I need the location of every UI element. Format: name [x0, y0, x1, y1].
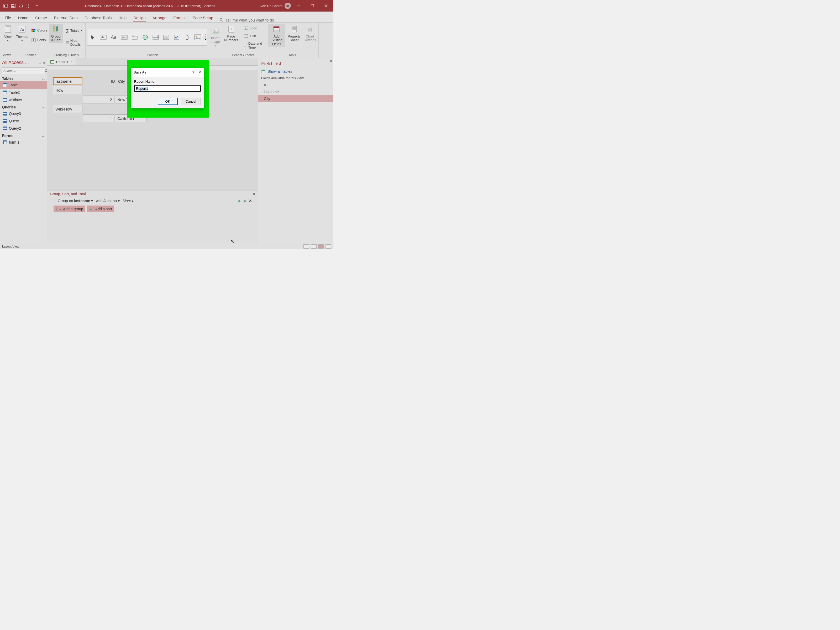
nav-item-query3[interactable]: Query3: [0, 110, 47, 117]
move-up-icon[interactable]: ◆: [238, 199, 241, 203]
tab-arrange[interactable]: Arrange: [152, 13, 167, 22]
nav-item-query2[interactable]: Query2: [0, 125, 47, 132]
cell-lastname-1[interactable]: Wiki-How: [53, 105, 82, 113]
minimize-icon[interactable]: [293, 0, 305, 11]
hide-details-button[interactable]: Hide Details: [64, 38, 84, 47]
nav-item-table2[interactable]: Table2: [0, 89, 47, 96]
nav-item-query1[interactable]: Query1: [0, 117, 47, 125]
tab-design[interactable]: Design: [133, 13, 146, 22]
collapse-icon[interactable]: ︽: [42, 134, 45, 138]
controls-gallery[interactable]: ab| Aa XXXX ▲▼▾: [87, 29, 207, 46]
cancel-button[interactable]: Cancel: [181, 98, 201, 105]
svg-rect-20: [34, 28, 35, 30]
tab-home[interactable]: Home: [17, 13, 29, 22]
view-button[interactable]: View▼: [2, 24, 14, 43]
tab-help[interactable]: Help: [118, 13, 127, 22]
textbox-control-icon[interactable]: ab|: [98, 30, 108, 45]
select-control-icon[interactable]: [87, 30, 98, 45]
attachment-control-icon[interactable]: [182, 30, 193, 45]
date-time-button[interactable]: Date and Time: [242, 40, 264, 51]
tab-file[interactable]: File: [4, 13, 11, 22]
tab-create[interactable]: Create: [35, 13, 47, 22]
design-view-icon[interactable]: [325, 245, 331, 249]
tab-page-setup[interactable]: Page Setup: [192, 13, 214, 22]
totals-button[interactable]: ∑Totals ▾: [64, 27, 84, 34]
cell-lastname-0[interactable]: How: [53, 86, 82, 94]
combobox-control-icon[interactable]: [150, 30, 161, 45]
undo-icon[interactable]: [18, 2, 25, 9]
nav-section-tables[interactable]: Tables: [2, 76, 13, 81]
gallery-up-icon[interactable]: ▲: [203, 33, 207, 36]
report-view-icon[interactable]: [303, 245, 309, 249]
group-row[interactable]: ⋮ Group on lastname ▾ with A on top ▾ , …: [47, 197, 258, 204]
page-numbers-button[interactable]: #Page Numbers: [221, 24, 241, 43]
cell-id-1[interactable]: 1: [83, 114, 114, 122]
themes-button[interactable]: AaThemes▼: [16, 24, 28, 43]
nav-collapse-icon[interactable]: «: [43, 61, 45, 65]
maximize-icon[interactable]: [306, 0, 318, 11]
delete-group-icon[interactable]: ✕: [249, 199, 252, 203]
group-sort-button[interactable]: Group & Sort: [49, 24, 63, 43]
nav-dropdown-icon[interactable]: ⌄: [39, 61, 41, 65]
field-lastname[interactable]: lastname: [258, 88, 333, 95]
report-name-label: Report Name:: [134, 79, 201, 84]
group-label-themes: Themes: [16, 53, 46, 58]
group-sort-panel: Group, Sort, and Total× ⋮ Group on lastn…: [47, 191, 258, 243]
close-field-list-icon[interactable]: ×: [330, 59, 332, 63]
svg-rect-4: [12, 6, 14, 7]
nav-section-forms[interactable]: Forms: [2, 134, 13, 138]
nav-search-input[interactable]: [2, 68, 45, 74]
collapse-ribbon-icon[interactable]: ˄: [330, 53, 332, 57]
gallery-more-icon[interactable]: ▾: [203, 39, 207, 41]
user-avatar[interactable]: ID: [284, 3, 291, 9]
nav-item-form1[interactable]: form 1: [0, 139, 47, 146]
title-button[interactable]: Title: [242, 33, 264, 39]
print-preview-icon[interactable]: [311, 245, 317, 249]
logo-button[interactable]: Logo: [242, 25, 264, 31]
svg-rect-30: [66, 44, 68, 44]
close-icon[interactable]: [320, 0, 332, 11]
cell-id-0[interactable]: 2: [83, 96, 114, 103]
collapse-icon[interactable]: ︽: [42, 105, 45, 109]
image-control-icon[interactable]: [193, 30, 203, 45]
query-icon: [3, 119, 7, 123]
tab-external-data[interactable]: External Data: [53, 13, 78, 22]
nav-section-queries[interactable]: Queries: [2, 105, 16, 109]
field-id[interactable]: ID: [258, 82, 333, 88]
header-lastname[interactable]: lastname: [53, 77, 82, 85]
tab-format[interactable]: Format: [173, 13, 186, 22]
ok-button[interactable]: OK: [158, 98, 178, 105]
add-group-button[interactable]: 〖≡Add a group: [54, 205, 85, 212]
redo-icon[interactable]: [26, 2, 33, 9]
close-tab-icon[interactable]: ×: [70, 60, 73, 64]
button-control-icon[interactable]: XXXX: [119, 30, 129, 45]
tell-me-search[interactable]: Tell me what you want to do: [219, 18, 274, 22]
move-down-icon[interactable]: ◆: [243, 199, 246, 203]
qat-customize-icon[interactable]: ▼: [33, 2, 40, 9]
layout-view-icon[interactable]: [318, 245, 324, 249]
property-sheet-button[interactable]: Property Sheet: [287, 24, 302, 43]
add-sort-button[interactable]: A↓Add a sort: [87, 205, 114, 212]
report-name-input[interactable]: [134, 85, 201, 92]
field-city[interactable]: City: [258, 95, 333, 102]
dialog-close-icon[interactable]: ✕: [199, 70, 201, 74]
close-group-panel-icon[interactable]: ×: [253, 192, 255, 196]
label-control-icon[interactable]: Aa: [108, 30, 119, 45]
gallery-down-icon[interactable]: ▼: [203, 36, 207, 39]
nav-search[interactable]: [2, 68, 46, 74]
collapse-icon[interactable]: ︽: [42, 76, 45, 81]
listbox-control-icon[interactable]: [161, 30, 171, 45]
add-existing-fields-button[interactable]: Add Existing Fields: [268, 24, 285, 47]
add-fields-icon: [272, 25, 281, 33]
nav-item-table1[interactable]: Table1: [0, 81, 47, 89]
nav-item-wikihow[interactable]: wikihow: [0, 96, 47, 103]
checkbox-control-icon[interactable]: [171, 30, 182, 45]
link-control-icon[interactable]: [140, 30, 150, 45]
tab-control-icon[interactable]: [129, 30, 140, 45]
show-all-tables-link[interactable]: Show all tables: [258, 68, 333, 74]
save-icon[interactable]: [10, 2, 17, 9]
tab-database-tools[interactable]: Database Tools: [84, 13, 112, 22]
document-tab-report1[interactable]: Report1 ×: [47, 58, 76, 65]
header-id[interactable]: ID: [109, 77, 115, 85]
dialog-help-icon[interactable]: ?: [193, 70, 194, 74]
